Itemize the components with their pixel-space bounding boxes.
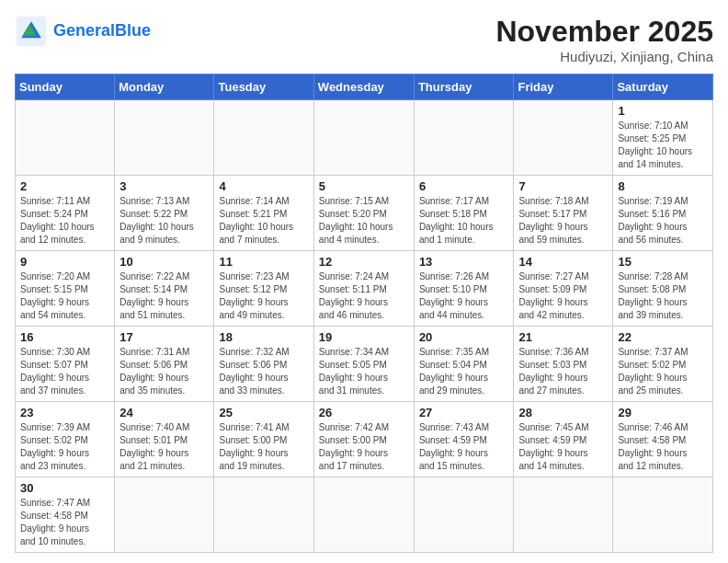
calendar-cell: 21Sunrise: 7:36 AM Sunset: 5:03 PM Dayli… <box>514 327 613 402</box>
calendar-week-1: 1Sunrise: 7:10 AM Sunset: 5:25 PM Daylig… <box>16 100 713 176</box>
day-number: 24 <box>119 406 209 419</box>
calendar-cell: 2Sunrise: 7:11 AM Sunset: 5:24 PM Daylig… <box>16 176 115 251</box>
day-info: Sunrise: 7:30 AM Sunset: 5:07 PM Dayligh… <box>20 346 109 397</box>
calendar-cell <box>414 100 514 176</box>
day-number: 26 <box>319 406 409 419</box>
logo-icon <box>15 15 48 48</box>
day-info: Sunrise: 7:13 AM Sunset: 5:22 PM Dayligh… <box>119 195 209 247</box>
day-number: 27 <box>419 406 509 419</box>
day-info: Sunrise: 7:28 AM Sunset: 5:08 PM Dayligh… <box>618 270 708 322</box>
calendar-cell <box>613 477 713 553</box>
day-info: Sunrise: 7:11 AM Sunset: 5:24 PM Dayligh… <box>20 195 109 247</box>
day-info: Sunrise: 7:22 AM Sunset: 5:14 PM Dayligh… <box>119 270 209 322</box>
calendar-cell: 29Sunrise: 7:46 AM Sunset: 4:58 PM Dayli… <box>613 402 713 477</box>
calendar-cell: 25Sunrise: 7:41 AM Sunset: 5:00 PM Dayli… <box>214 402 313 477</box>
day-number: 23 <box>20 406 109 419</box>
calendar-cell: 14Sunrise: 7:27 AM Sunset: 5:09 PM Dayli… <box>514 251 613 327</box>
calendar-cell: 15Sunrise: 7:28 AM Sunset: 5:08 PM Dayli… <box>613 251 713 327</box>
calendar-cell: 27Sunrise: 7:43 AM Sunset: 4:59 PM Dayli… <box>414 402 514 477</box>
day-number: 29 <box>618 406 708 419</box>
day-number: 8 <box>618 179 708 193</box>
calendar-cell <box>115 477 214 553</box>
day-number: 7 <box>518 179 608 193</box>
calendar-cell: 24Sunrise: 7:40 AM Sunset: 5:01 PM Dayli… <box>115 402 214 477</box>
day-number: 30 <box>20 481 109 495</box>
day-number: 14 <box>518 255 608 269</box>
calendar-cell: 9Sunrise: 7:20 AM Sunset: 5:15 PM Daylig… <box>16 251 115 327</box>
calendar-cell <box>16 100 115 176</box>
logo: GeneralBlue <box>15 15 151 48</box>
day-info: Sunrise: 7:24 AM Sunset: 5:11 PM Dayligh… <box>319 270 409 322</box>
calendar-cell <box>214 100 313 176</box>
day-info: Sunrise: 7:15 AM Sunset: 5:20 PM Dayligh… <box>319 195 409 247</box>
calendar-cell: 4Sunrise: 7:14 AM Sunset: 5:21 PM Daylig… <box>214 176 313 251</box>
calendar-cell: 22Sunrise: 7:37 AM Sunset: 5:02 PM Dayli… <box>613 327 713 402</box>
calendar-header: SundayMondayTuesdayWednesdayThursdayFrid… <box>16 75 713 100</box>
calendar-week-5: 23Sunrise: 7:39 AM Sunset: 5:02 PM Dayli… <box>16 402 713 477</box>
weekday-header-saturday: Saturday <box>613 75 713 100</box>
day-info: Sunrise: 7:46 AM Sunset: 4:58 PM Dayligh… <box>618 421 708 473</box>
day-info: Sunrise: 7:42 AM Sunset: 5:00 PM Dayligh… <box>319 421 409 473</box>
calendar-cell <box>414 477 514 553</box>
month-title: November 2025 <box>495 15 713 49</box>
day-number: 1 <box>618 104 708 118</box>
calendar-cell <box>313 477 414 553</box>
day-number: 15 <box>618 255 708 269</box>
day-info: Sunrise: 7:37 AM Sunset: 5:02 PM Dayligh… <box>618 346 708 397</box>
day-info: Sunrise: 7:45 AM Sunset: 4:59 PM Dayligh… <box>518 421 608 473</box>
calendar-cell: 7Sunrise: 7:18 AM Sunset: 5:17 PM Daylig… <box>514 176 613 251</box>
day-info: Sunrise: 7:17 AM Sunset: 5:18 PM Dayligh… <box>419 195 509 247</box>
day-number: 17 <box>119 330 209 344</box>
day-info: Sunrise: 7:34 AM Sunset: 5:05 PM Dayligh… <box>319 346 409 397</box>
calendar-cell: 10Sunrise: 7:22 AM Sunset: 5:14 PM Dayli… <box>115 251 214 327</box>
weekday-header-wednesday: Wednesday <box>313 75 414 100</box>
calendar-cell: 18Sunrise: 7:32 AM Sunset: 5:06 PM Dayli… <box>214 327 313 402</box>
day-info: Sunrise: 7:26 AM Sunset: 5:10 PM Dayligh… <box>419 270 509 322</box>
calendar-cell: 11Sunrise: 7:23 AM Sunset: 5:12 PM Dayli… <box>214 251 313 327</box>
day-number: 12 <box>319 255 409 269</box>
day-info: Sunrise: 7:35 AM Sunset: 5:04 PM Dayligh… <box>419 346 509 397</box>
calendar-cell <box>115 100 214 176</box>
calendar-cell: 6Sunrise: 7:17 AM Sunset: 5:18 PM Daylig… <box>414 176 514 251</box>
day-info: Sunrise: 7:14 AM Sunset: 5:21 PM Dayligh… <box>219 195 308 247</box>
weekday-header-row: SundayMondayTuesdayWednesdayThursdayFrid… <box>16 75 713 100</box>
location: Hudiyuzi, Xinjiang, China <box>495 49 713 64</box>
calendar-cell <box>214 477 313 553</box>
day-number: 18 <box>219 330 308 344</box>
day-info: Sunrise: 7:19 AM Sunset: 5:16 PM Dayligh… <box>618 195 708 247</box>
calendar-week-6: 30Sunrise: 7:47 AM Sunset: 4:58 PM Dayli… <box>16 477 713 553</box>
calendar-cell: 3Sunrise: 7:13 AM Sunset: 5:22 PM Daylig… <box>115 176 214 251</box>
calendar-cell <box>514 477 613 553</box>
calendar-body: 1Sunrise: 7:10 AM Sunset: 5:25 PM Daylig… <box>16 100 713 553</box>
day-number: 5 <box>319 179 409 193</box>
calendar-week-3: 9Sunrise: 7:20 AM Sunset: 5:15 PM Daylig… <box>16 251 713 327</box>
calendar-cell: 28Sunrise: 7:45 AM Sunset: 4:59 PM Dayli… <box>514 402 613 477</box>
day-info: Sunrise: 7:43 AM Sunset: 4:59 PM Dayligh… <box>419 421 509 473</box>
day-info: Sunrise: 7:47 AM Sunset: 4:58 PM Dayligh… <box>20 497 109 548</box>
day-number: 10 <box>119 255 209 269</box>
day-number: 6 <box>419 179 509 193</box>
logo-blue: Blue <box>115 21 151 40</box>
day-info: Sunrise: 7:27 AM Sunset: 5:09 PM Dayligh… <box>518 270 608 322</box>
day-number: 13 <box>419 255 509 269</box>
day-number: 16 <box>20 330 109 344</box>
page-header: GeneralBlue November 2025 Hudiyuzi, Xinj… <box>15 15 713 64</box>
calendar-cell: 19Sunrise: 7:34 AM Sunset: 5:05 PM Dayli… <box>313 327 414 402</box>
day-number: 20 <box>419 330 509 344</box>
calendar-cell: 30Sunrise: 7:47 AM Sunset: 4:58 PM Dayli… <box>16 477 115 553</box>
calendar-week-4: 16Sunrise: 7:30 AM Sunset: 5:07 PM Dayli… <box>16 327 713 402</box>
weekday-header-friday: Friday <box>514 75 613 100</box>
day-info: Sunrise: 7:10 AM Sunset: 5:25 PM Dayligh… <box>618 120 708 171</box>
day-info: Sunrise: 7:18 AM Sunset: 5:17 PM Dayligh… <box>518 195 608 247</box>
calendar-cell: 16Sunrise: 7:30 AM Sunset: 5:07 PM Dayli… <box>16 327 115 402</box>
day-number: 22 <box>618 330 708 344</box>
calendar-week-2: 2Sunrise: 7:11 AM Sunset: 5:24 PM Daylig… <box>16 176 713 251</box>
day-number: 25 <box>219 406 308 419</box>
calendar-table: SundayMondayTuesdayWednesdayThursdayFrid… <box>15 74 713 553</box>
day-number: 4 <box>219 179 308 193</box>
day-number: 19 <box>319 330 409 344</box>
calendar-cell: 26Sunrise: 7:42 AM Sunset: 5:00 PM Dayli… <box>313 402 414 477</box>
day-number: 28 <box>518 406 608 419</box>
calendar-cell: 1Sunrise: 7:10 AM Sunset: 5:25 PM Daylig… <box>613 100 713 176</box>
day-info: Sunrise: 7:36 AM Sunset: 5:03 PM Dayligh… <box>518 346 608 397</box>
